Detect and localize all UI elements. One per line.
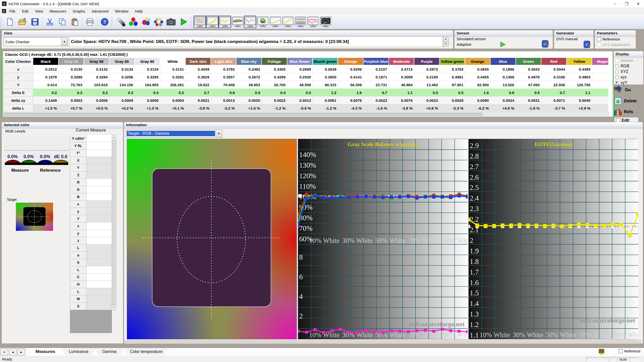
tab-luminance[interactable]: Luminance — [62, 348, 95, 355]
cm-value-10[interactable] — [87, 208, 112, 215]
copy-icon[interactable] — [56, 16, 69, 28]
cell-x-4[interactable]: 0.3134 — [135, 65, 160, 73]
cell-x-13[interactable]: 0.2157 — [364, 65, 389, 73]
information-scrollbar[interactable] — [124, 340, 641, 344]
cell-x-11[interactable]: 0.2639 — [313, 65, 338, 73]
close-tab-button[interactable]: ✕ — [1, 349, 8, 355]
cell-y-5[interactable]: 0.3291 — [160, 73, 186, 81]
cell-delta_xy-22[interactable] — [592, 97, 608, 104]
cm-value-22[interactable] — [87, 295, 112, 303]
view-luminance-button[interactable] — [244, 16, 256, 28]
cell-delta_xy-4[interactable]: 0.0008 — [135, 97, 160, 104]
column-header-magenta[interactable]: Magenta — [592, 58, 608, 65]
measure-all-colors-icon[interactable] — [152, 16, 165, 28]
open-file-icon[interactable] — [16, 16, 29, 28]
cell-delta_e-3[interactable]: 0.3 — [109, 89, 135, 97]
cell-x-3[interactable]: 0.3134 — [109, 65, 135, 73]
column-header-green[interactable]: Green — [516, 58, 541, 65]
next-tab-button[interactable]: ► — [18, 349, 25, 355]
cm-value-5[interactable] — [87, 171, 112, 179]
cell-delta_l-20[interactable]: -3.7 % — [541, 104, 567, 112]
column-header-dark-skin[interactable]: Dark skin — [186, 58, 211, 65]
go-button[interactable]: Go — [614, 85, 643, 95]
info-spinner[interactable]: ▲ ▼ — [443, 36, 449, 47]
cm-value-6[interactable] — [87, 179, 112, 186]
cell-x-5[interactable]: 0.3131 — [160, 65, 186, 73]
cell-Y-17[interactable]: 82.950 — [465, 81, 491, 89]
view-rgb-balance-button[interactable] — [231, 16, 244, 28]
scrollbar-thumb[interactable] — [4, 113, 482, 116]
cell-delta_l-3[interactable]: +0.2 % — [109, 104, 135, 112]
cell-delta_l-21[interactable]: +2.9 % — [567, 104, 592, 112]
cell-delta_xy-21[interactable]: 0.0045 — [567, 97, 592, 104]
cell-x-2[interactable]: 0.3132 — [84, 65, 109, 73]
generator-config-icon[interactable]: ✓ — [583, 40, 591, 49]
column-header-yellow[interactable]: Yellow — [567, 58, 592, 65]
measure-secondaries-icon[interactable] — [140, 16, 152, 28]
print-icon[interactable] — [84, 16, 96, 28]
cell-x-20[interactable]: 0.5544 — [541, 65, 567, 73]
cell-x-0[interactable]: 0.2512 — [33, 65, 59, 73]
cell-delta_e-11[interactable]: 1.2 — [313, 89, 338, 97]
cell-delta_e-4[interactable]: 0.4 — [135, 89, 160, 97]
close-button[interactable]: ✕ — [632, 0, 644, 8]
cell-delta_e-8[interactable]: 0.9 — [236, 89, 262, 97]
cell-x-19[interactable]: 0.3043 — [516, 65, 541, 73]
display-radio-XYZ[interactable]: XYZ — [614, 69, 643, 74]
current-measure-scrollbar[interactable]: ▲ ▼ — [112, 135, 116, 310]
pattern-flag-icon[interactable] — [598, 349, 605, 355]
cm-value-12[interactable] — [87, 222, 112, 230]
refs-button[interactable]: Refs — [614, 107, 643, 117]
cm-value-0[interactable] — [87, 135, 112, 142]
cell-y-22[interactable] — [592, 73, 608, 81]
tab-gamma[interactable]: Gamma — [95, 348, 123, 355]
cell-delta_e-18[interactable]: 0.6 — [491, 89, 516, 97]
cm-value-13[interactable] — [87, 230, 112, 237]
measure-primaries-icon[interactable] — [127, 16, 140, 28]
column-header-purplish-blue[interactable]: Purplish blue — [364, 58, 389, 65]
bottom-reference-checkbox[interactable]: Reference — [619, 349, 640, 353]
save-file-icon[interactable] — [29, 16, 41, 28]
cell-delta_l-0[interactable]: +1.5 % — [33, 104, 59, 112]
cell-Y-11[interactable]: 86.315 — [313, 81, 338, 89]
cell-delta_e-21[interactable]: 1.1 — [567, 89, 592, 97]
paste-icon[interactable] — [69, 16, 81, 28]
cell-delta_e-5[interactable]: 0.2 — [160, 89, 186, 97]
cell-delta_xy-9[interactable]: 0.0022 — [262, 97, 287, 104]
cm-value-7[interactable] — [87, 186, 112, 193]
view-color-temperature-button[interactable] — [307, 16, 319, 28]
delete-button[interactable]: ♻ Delete — [614, 96, 643, 106]
cell-y-21[interactable]: 0.4803 — [567, 73, 592, 81]
cell-y-7[interactable]: 0.3557 — [211, 73, 236, 81]
cell-delta_xy-10[interactable]: 0.0013 — [287, 97, 313, 104]
reference-checkbox[interactable]: Reference — [597, 37, 620, 41]
cell-x-14[interactable]: 0.4713 — [389, 65, 414, 73]
menu-help[interactable]: Help — [132, 9, 146, 13]
cell-y-3[interactable]: 0.3296 — [109, 73, 135, 81]
cell-x-15[interactable]: 0.2872 — [414, 65, 440, 73]
cell-Y-16[interactable]: 87.901 — [440, 81, 465, 89]
cell-delta_l-8[interactable]: +1.6 % — [236, 104, 262, 112]
cell-Y-20[interactable]: 22.936 — [541, 81, 567, 89]
cell-delta_l-15[interactable]: +0.8 % — [414, 104, 440, 112]
maximize-button[interactable]: ❐ — [621, 0, 632, 8]
cm-value-19[interactable] — [87, 274, 112, 281]
cell-y-14[interactable]: 0.3099 — [389, 73, 414, 81]
cell-Y-14[interactable]: 36.884 — [389, 81, 414, 89]
cell-Y-7[interactable]: 70.848 — [211, 81, 236, 89]
view-near-black-button[interactable] — [219, 16, 231, 28]
view-cie-diagram-button[interactable] — [256, 16, 269, 28]
view-rgb-levels-button[interactable] — [294, 16, 307, 28]
cell-delta_xy-12[interactable]: 0.0076 — [338, 97, 364, 104]
column-header-bluish-green[interactable]: Bluish green — [313, 58, 338, 65]
cell-delta_xy-2[interactable]: 0.0006 — [84, 97, 109, 104]
cell-delta_e-17[interactable]: 1.6 — [465, 89, 491, 97]
sensor-run-icon[interactable] — [500, 41, 506, 48]
cell-delta_l-18[interactable]: +4.8 % — [491, 104, 516, 112]
cell-delta_e-16[interactable]: 0.5 — [440, 89, 465, 97]
column-header-gray-50[interactable]: Gray 50 — [84, 58, 109, 65]
cell-Y-2[interactable]: 103.816 — [84, 81, 109, 89]
cut-icon[interactable] — [44, 16, 56, 28]
cm-value-3[interactable] — [87, 157, 112, 164]
display-radio-xyY[interactable]: xyY — [614, 80, 643, 85]
